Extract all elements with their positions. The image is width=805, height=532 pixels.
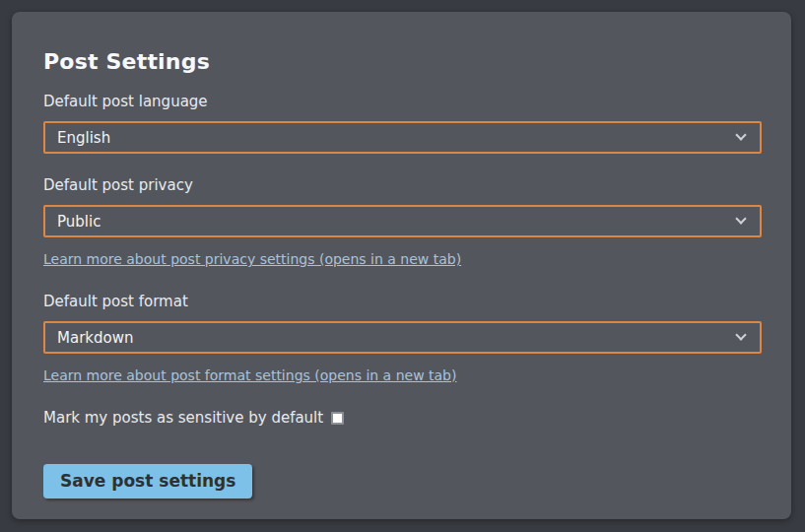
chevron-down-icon — [735, 329, 746, 340]
sensitive-checkbox[interactable] — [331, 412, 344, 425]
default-post-language-value: English — [57, 129, 110, 147]
default-post-format-select[interactable]: Markdown — [43, 321, 762, 354]
field-default-post-format: Default post format Markdown Learn more … — [43, 293, 762, 384]
default-post-privacy-select[interactable]: Public — [43, 205, 762, 237]
post-settings-panel: Post Settings Default post language Engl… — [12, 12, 791, 519]
privacy-link-row: Learn more about post privacy settings (… — [43, 249, 762, 268]
sensitive-checkbox-label: Mark my posts as sensitive by default — [43, 409, 323, 427]
default-post-format-value: Markdown — [57, 329, 133, 347]
post-format-learn-more-link[interactable]: Learn more about post format settings (o… — [43, 367, 456, 383]
page-title: Post Settings — [43, 49, 762, 74]
sensitive-by-default-row: Mark my posts as sensitive by default — [43, 409, 762, 427]
default-post-format-label: Default post format — [43, 293, 762, 310]
field-default-post-privacy: Default post privacy Public Learn more a… — [43, 176, 762, 268]
post-privacy-learn-more-link[interactable]: Learn more about post privacy settings (… — [43, 251, 461, 267]
default-post-privacy-label: Default post privacy — [43, 176, 762, 194]
chevron-down-icon — [735, 213, 746, 224]
save-post-settings-button[interactable]: Save post settings — [43, 464, 252, 499]
field-default-post-language: Default post language English — [43, 93, 762, 154]
format-link-row: Learn more about post format settings (o… — [43, 366, 762, 384]
default-post-language-select[interactable]: English — [43, 121, 762, 154]
default-post-privacy-value: Public — [57, 213, 101, 231]
chevron-down-icon — [735, 129, 746, 140]
default-post-language-label: Default post language — [43, 93, 762, 110]
